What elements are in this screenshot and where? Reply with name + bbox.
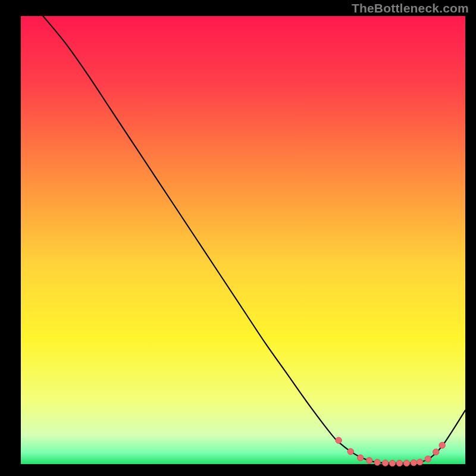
marker-dot — [374, 459, 380, 465]
marker-dot — [425, 456, 431, 462]
marker-dot — [347, 449, 353, 455]
marker-dot — [336, 437, 342, 443]
marker-dot — [417, 459, 423, 465]
marker-dot — [439, 442, 445, 448]
marker-dot — [411, 460, 416, 466]
marker-dot — [366, 458, 372, 464]
gradient-background — [21, 16, 465, 464]
marker-dot — [382, 460, 388, 466]
chart-svg — [0, 0, 476, 476]
marker-dot — [389, 460, 395, 466]
chart-stage: TheBottleneck.com — [0, 0, 476, 476]
marker-dot — [433, 449, 439, 455]
marker-dot — [396, 460, 402, 466]
marker-dot — [358, 455, 364, 461]
marker-dot — [403, 460, 409, 466]
watermark-text: TheBottleneck.com — [352, 1, 469, 15]
